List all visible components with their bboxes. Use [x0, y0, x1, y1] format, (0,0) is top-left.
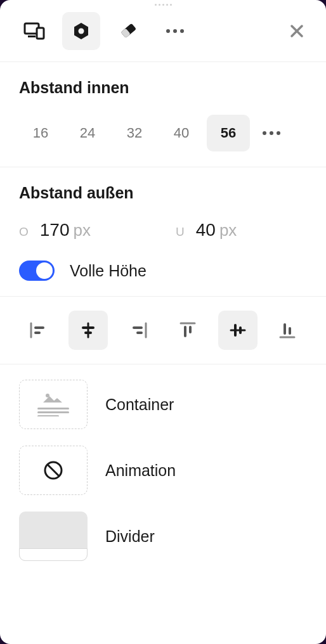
hexagon-settings-icon — [71, 21, 91, 41]
preset-16[interactable]: 16 — [19, 115, 62, 151]
v-align-middle[interactable] — [218, 311, 258, 350]
margin-top-field[interactable]: O 170px — [19, 220, 150, 240]
h-align-right[interactable] — [119, 311, 158, 350]
margin-top-label: O — [19, 225, 29, 239]
more-icon — [166, 29, 184, 33]
svg-rect-10 — [34, 326, 44, 329]
full-height-label: Volle Höhe — [70, 262, 147, 280]
h-align-center[interactable] — [68, 311, 108, 350]
svg-rect-2 — [37, 28, 44, 39]
svg-rect-30 — [37, 408, 69, 409]
svg-rect-11 — [34, 332, 41, 334]
element-animation[interactable]: Animation — [19, 446, 307, 495]
padding-title: Abstand innen — [19, 79, 307, 97]
svg-rect-19 — [184, 326, 186, 337]
element-divider[interactable]: Divider — [19, 512, 307, 561]
settings-button[interactable] — [62, 12, 100, 50]
align-left-icon — [29, 322, 48, 338]
eraser-icon — [118, 21, 138, 41]
svg-rect-20 — [189, 326, 192, 333]
margin-bottom-value: 40 — [196, 220, 216, 240]
align-middle-icon — [228, 321, 247, 340]
full-height-toggle[interactable] — [19, 261, 55, 281]
align-center-icon — [79, 322, 98, 338]
svg-point-4 — [79, 29, 84, 34]
lines-icon — [37, 408, 69, 416]
margin-bottom-unit: px — [219, 221, 237, 240]
devices-button[interactable] — [15, 12, 53, 50]
v-align-top[interactable] — [168, 311, 207, 350]
svg-rect-14 — [84, 332, 92, 334]
animation-preview — [19, 446, 88, 495]
svg-rect-22 — [234, 324, 237, 337]
element-container[interactable]: Container — [19, 380, 307, 429]
margin-top-value: 170 — [40, 220, 70, 240]
margin-bottom-label: U — [176, 225, 185, 239]
preset-56[interactable]: 56 — [207, 115, 250, 151]
image-icon — [41, 392, 66, 405]
panel-toolbar — [0, 7, 326, 62]
svg-line-34 — [48, 465, 59, 476]
preset-32[interactable]: 32 — [113, 115, 156, 151]
close-icon — [290, 24, 304, 38]
divider-label: Divider — [105, 527, 155, 546]
svg-rect-23 — [239, 326, 242, 334]
more-button[interactable] — [156, 12, 194, 50]
container-label: Container — [105, 396, 174, 414]
more-icon — [263, 131, 280, 135]
svg-rect-25 — [284, 323, 286, 335]
svg-rect-17 — [136, 332, 143, 334]
elements-section: Container Animation Divider — [0, 364, 326, 576]
align-bottom-icon — [278, 321, 297, 340]
margin-title: Abstand außen — [19, 184, 307, 202]
no-animation-icon — [42, 460, 64, 481]
svg-rect-32 — [37, 415, 59, 416]
preset-24[interactable]: 24 — [66, 115, 109, 151]
container-preview — [19, 380, 88, 429]
close-button[interactable] — [283, 17, 311, 45]
v-align-bottom[interactable] — [268, 311, 307, 350]
svg-rect-31 — [37, 411, 69, 413]
padding-presets: 16 24 32 40 56 — [19, 115, 307, 151]
divider-preview — [19, 512, 88, 561]
drag-handle[interactable] — [0, 0, 326, 7]
margin-section: Abstand außen O 170px U 40px Volle Höhe — [0, 167, 326, 297]
align-top-icon — [178, 321, 197, 340]
eraser-button[interactable] — [109, 12, 147, 50]
alignment-section — [0, 297, 326, 364]
margin-top-unit: px — [74, 221, 91, 240]
svg-rect-16 — [133, 326, 143, 329]
animation-label: Animation — [105, 461, 176, 480]
svg-rect-26 — [289, 327, 291, 335]
preset-more-button[interactable] — [258, 131, 285, 135]
style-panel: Abstand innen 16 24 32 40 56 Abstand auß… — [0, 0, 326, 644]
devices-icon — [23, 22, 45, 40]
svg-rect-13 — [82, 326, 95, 329]
align-right-icon — [129, 322, 148, 338]
padding-section: Abstand innen 16 24 32 40 56 — [0, 62, 326, 167]
svg-rect-1 — [28, 35, 36, 37]
preset-40[interactable]: 40 — [160, 115, 203, 151]
h-align-left[interactable] — [19, 311, 58, 350]
margin-bottom-field[interactable]: U 40px — [176, 220, 307, 240]
